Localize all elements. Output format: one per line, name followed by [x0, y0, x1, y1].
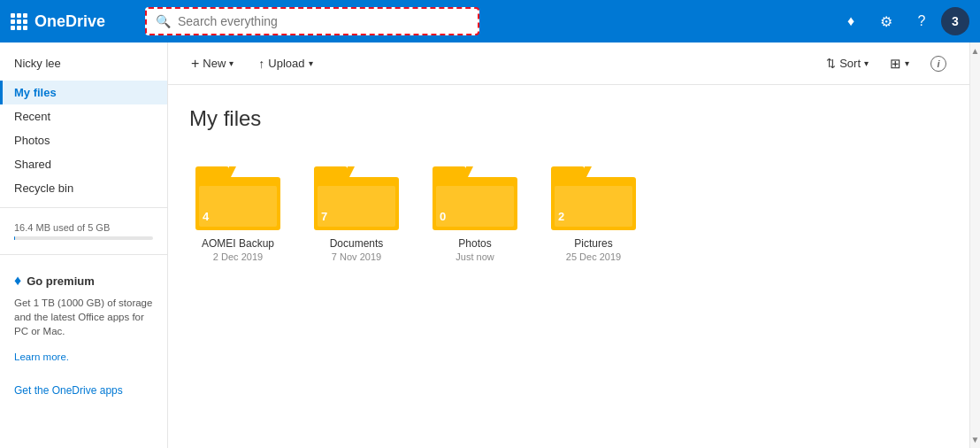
- sidebar-label-recent: Recent: [14, 110, 50, 123]
- app-header: OneDrive 🔍 ♦ ⚙ ? 3: [0, 0, 980, 42]
- upload-icon: ↑: [258, 57, 264, 71]
- files-grid: 4 AOMEI Backup 2 Dec 2019 7: [189, 159, 948, 269]
- upload-label: Upload: [268, 57, 304, 70]
- view-button[interactable]: ⊞ ▾: [881, 50, 918, 77]
- sidebar-storage: 16.4 MB used of 5 GB: [0, 215, 167, 247]
- storage-bar: [14, 236, 153, 240]
- sort-chevron-icon: ▾: [864, 58, 869, 68]
- premium-title: ♦ Go premium: [14, 273, 153, 289]
- folder-name-photos: Photos: [458, 237, 491, 250]
- toolbar-right: ⇅ Sort ▾ ⊞ ▾ i: [817, 50, 955, 77]
- folder-item-documents[interactable]: 7 Documents 7 Nov 2019: [308, 159, 405, 269]
- new-button[interactable]: + New ▾: [182, 50, 242, 77]
- premium-diamond-button[interactable]: ♦: [835, 5, 867, 37]
- sidebar-item-my-files[interactable]: My files: [0, 81, 167, 104]
- folder-body: 7: [314, 177, 399, 230]
- sidebar-user: Nicky lee: [0, 50, 167, 81]
- folder-name-documents: Documents: [330, 237, 384, 250]
- folder-inner: [199, 186, 277, 227]
- folder-item-pictures[interactable]: 2 Pictures 25 Dec 2019: [545, 159, 642, 269]
- folder-date-documents: 7 Nov 2019: [332, 251, 381, 262]
- new-chevron-icon: ▾: [229, 58, 234, 68]
- search-input[interactable]: [178, 14, 469, 28]
- folder-icon-aomei: 4: [195, 166, 280, 230]
- folder-icon-documents: 7: [314, 166, 399, 230]
- sort-icon: ⇅: [826, 57, 836, 70]
- sidebar-divider-2: [0, 254, 167, 255]
- help-icon: ?: [918, 13, 926, 29]
- folder-count-photos: 0: [440, 210, 446, 223]
- folder-name-pictures: Pictures: [574, 237, 612, 250]
- premium-title-text: Go premium: [27, 274, 95, 288]
- sidebar-label-recycle-bin: Recycle bin: [14, 182, 73, 195]
- upload-chevron-icon: ▾: [309, 58, 313, 68]
- get-apps-link[interactable]: Get the OneDrive apps: [0, 377, 167, 404]
- folder-inner: [318, 186, 395, 227]
- info-button[interactable]: i: [922, 50, 955, 77]
- view-grid-icon: ⊞: [890, 56, 901, 72]
- search-container: 🔍: [145, 7, 479, 35]
- scrollbar[interactable]: ▲ ▼: [969, 42, 980, 448]
- folder-body: 2: [551, 177, 636, 230]
- folder-date-aomei: 2 Dec 2019: [213, 251, 263, 262]
- content-area: + New ▾ ↑ Upload ▾ ⇅ Sort ▾ ⊞ ▾: [168, 42, 969, 448]
- settings-button[interactable]: ⚙: [870, 5, 902, 37]
- folder-icon-photos: 0: [433, 166, 517, 230]
- view-chevron-icon: ▾: [905, 58, 909, 68]
- folder-date-pictures: 25 Dec 2019: [566, 251, 621, 262]
- sidebar-item-photos[interactable]: Photos: [0, 128, 167, 152]
- scroll-up-arrow[interactable]: ▲: [969, 44, 980, 58]
- storage-fill: [14, 236, 15, 240]
- folder-icon-pictures: 2: [551, 166, 636, 230]
- search-icon: 🔍: [156, 14, 171, 28]
- page-title: My files: [189, 106, 948, 131]
- new-plus-icon: +: [191, 56, 199, 72]
- learn-more-link[interactable]: Learn more.: [14, 351, 69, 362]
- file-browser: My files 4 AOMEI Backup 2 Dec 2019: [168, 85, 969, 448]
- sidebar-item-recent[interactable]: Recent: [0, 104, 167, 128]
- folder-count-pictures: 2: [558, 210, 564, 223]
- search-bar: 🔍: [145, 7, 479, 35]
- folder-count-documents: 7: [321, 210, 327, 223]
- sidebar-premium: ♦ Go premium Get 1 TB (1000 GB) of stora…: [0, 262, 167, 374]
- sidebar-item-recycle-bin[interactable]: Recycle bin: [0, 176, 167, 200]
- app-name: OneDrive: [34, 12, 105, 31]
- storage-used-text: 16.4 MB used of 5 GB: [14, 222, 110, 233]
- folder-count-aomei: 4: [203, 210, 209, 223]
- folder-item-photos[interactable]: 0 Photos Just now: [426, 159, 524, 269]
- sort-label: Sort: [839, 57, 861, 70]
- info-icon: i: [930, 56, 946, 72]
- settings-icon: ⚙: [880, 13, 892, 30]
- sidebar-label-shared: Shared: [14, 158, 51, 171]
- header-icons: ♦ ⚙ ? 3: [835, 5, 969, 37]
- premium-diamond-icon: ♦: [14, 273, 21, 289]
- sidebar-label-photos: Photos: [14, 134, 50, 147]
- sidebar-label-my-files: My files: [14, 86, 57, 99]
- app-logo[interactable]: OneDrive: [11, 12, 134, 31]
- upload-button[interactable]: ↑ Upload ▾: [249, 51, 321, 76]
- help-button[interactable]: ?: [906, 5, 938, 37]
- toolbar: + New ▾ ↑ Upload ▾ ⇅ Sort ▾ ⊞ ▾: [168, 42, 969, 85]
- sidebar-item-shared[interactable]: Shared: [0, 152, 167, 176]
- waffle-icon[interactable]: [11, 13, 27, 30]
- folder-body: 0: [433, 177, 517, 230]
- scroll-down-arrow[interactable]: ▼: [969, 433, 980, 446]
- main-layout: Nicky lee My files Recent Photos Shared …: [0, 42, 980, 448]
- folder-date-photos: Just now: [456, 251, 494, 262]
- new-label: New: [203, 57, 226, 70]
- avatar-button[interactable]: 3: [941, 7, 969, 35]
- sort-button[interactable]: ⇅ Sort ▾: [817, 51, 877, 75]
- premium-description: Get 1 TB (1000 GB) of storage and the la…: [14, 296, 153, 338]
- folder-inner: [436, 186, 514, 227]
- folder-inner: [555, 186, 632, 227]
- folder-body: 4: [195, 177, 280, 230]
- folder-name-aomei: AOMEI Backup: [202, 237, 274, 250]
- sidebar-divider: [0, 207, 167, 208]
- diamond-icon: ♦: [847, 13, 854, 29]
- avatar-label: 3: [952, 14, 959, 28]
- sidebar: Nicky lee My files Recent Photos Shared …: [0, 42, 168, 448]
- folder-item-aomei-backup[interactable]: 4 AOMEI Backup 2 Dec 2019: [189, 159, 287, 269]
